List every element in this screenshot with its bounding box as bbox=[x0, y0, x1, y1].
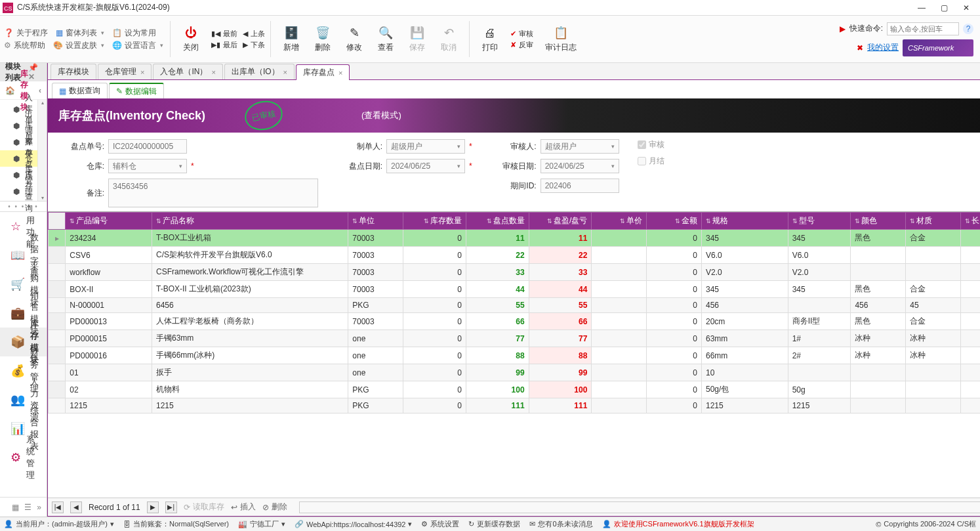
grid-footer: |◀ ◀ Record 1 of 11 ▶ ▶| ⟳ 读取库存 ↩ 插入 ⊘ 删… bbox=[48, 498, 980, 516]
help-icon[interactable]: ? bbox=[963, 24, 973, 34]
table-row[interactable]: PD000015手镯63mmone07777063mm1#冰种冰种 bbox=[49, 330, 981, 347]
grid-first-button[interactable]: |◀ bbox=[52, 501, 64, 513]
approver-select[interactable]: 超级用户 bbox=[541, 139, 619, 154]
table-row[interactable]: CSV6C/S架构软件开发平台旗舰版V6.070003022220V6.0V6.… bbox=[49, 247, 981, 264]
view-mode-label: (查看模式) bbox=[361, 110, 401, 121]
quick-cmd-label: 快速命令: bbox=[849, 23, 883, 34]
close-tab-icon[interactable]: × bbox=[211, 68, 215, 76]
status-refresh-cache[interactable]: ↻ 更新缓存数据 bbox=[468, 519, 520, 529]
approve-checkbox[interactable] bbox=[638, 140, 646, 149]
set-lang-menu[interactable]: 🌐设置语言 bbox=[112, 40, 163, 51]
audit-button[interactable]: 📋审计日志 bbox=[540, 22, 582, 56]
chevron-icon[interactable]: » bbox=[37, 503, 41, 512]
edit-icon: ✎ bbox=[346, 25, 362, 41]
set-common-menu[interactable]: 📋设为常用 bbox=[112, 28, 156, 39]
grid-last-button[interactable]: ▶| bbox=[165, 501, 177, 513]
table-row[interactable]: 02机物料PKG0100100050g/包50g bbox=[49, 381, 981, 398]
table-row[interactable]: workflowCSFramework.Workflow可视化工作流引擎7000… bbox=[49, 264, 981, 281]
about-menu[interactable]: ❓关于程序 bbox=[4, 28, 48, 39]
check-date-field[interactable]: 2024/06/25 bbox=[386, 159, 465, 173]
tab-data-edit[interactable]: ✎数据编辑 bbox=[109, 83, 164, 98]
table-row[interactable]: BOX-IIT-BOX-II 工业机箱(2023款)70003044440345… bbox=[49, 281, 981, 298]
period-field[interactable]: 202406 bbox=[541, 179, 619, 193]
close-tab-icon[interactable]: × bbox=[338, 69, 342, 77]
first-button[interactable]: ▮◀ 最前 bbox=[211, 29, 237, 39]
prev-button[interactable]: ◀ 上条 bbox=[243, 29, 265, 39]
reject-button[interactable]: ✘ 反审 bbox=[510, 40, 533, 50]
form-area: 盘点单号:IC202400000005 仓库:辅料仓* 备注: 制单人:超级用户… bbox=[48, 133, 980, 211]
table-row[interactable]: ▸234234T-BOX工业机箱70003011110345345黑色合金 bbox=[49, 230, 981, 247]
page-title: 库存盘点(Inventory Check) bbox=[58, 108, 205, 123]
warehouse-select[interactable]: 辅料仓 bbox=[108, 159, 187, 173]
close-button[interactable]: ⏻关闭 bbox=[177, 22, 205, 56]
status-sys-settings[interactable]: ⚙ 系统设置 bbox=[421, 519, 459, 529]
my-settings-link[interactable]: 我的设置 bbox=[867, 42, 899, 53]
form-list-menu[interactable]: ▦窗体列表 bbox=[56, 28, 104, 39]
approve-button[interactable]: ✔ 审核 bbox=[510, 29, 533, 39]
status-messages[interactable]: ✉ 您有0条未读消息 bbox=[529, 519, 592, 529]
last-button[interactable]: ▶▮ 最后 bbox=[211, 40, 237, 50]
status-welcome: 👤 欢迎使用CSFrameworkV6.1旗舰版开发框架 bbox=[602, 519, 754, 529]
grid-prev-button[interactable]: ◀ bbox=[70, 501, 82, 513]
document-tabs: 库存模块仓库管理×入仓单（IN）×出库单（IO）×库存盘点× bbox=[48, 63, 980, 80]
cancel-icon: ↶ bbox=[441, 25, 457, 41]
doc-tab-1[interactable]: 仓库管理× bbox=[98, 64, 152, 79]
status-webapi[interactable]: 🔗 WebApi:https://localhost:44392 ▾ bbox=[295, 520, 412, 528]
close-tab-icon[interactable]: × bbox=[140, 68, 144, 76]
delete-row-button[interactable]: ⊘ 删除 bbox=[262, 501, 287, 513]
view-grid-icon[interactable]: ▦ bbox=[12, 503, 19, 512]
add-icon: 🗄️ bbox=[283, 25, 299, 41]
remark-field[interactable] bbox=[108, 179, 318, 207]
toolbar: ❓关于程序 ▦窗体列表 📋设为常用 ⚙系统帮助 🎨设置皮肤 🌐设置语言 ⏻关闭 … bbox=[0, 16, 980, 63]
sub-tabs: ▦数据查询 ✎数据编辑 bbox=[48, 80, 980, 98]
sidebar-scrollbar[interactable] bbox=[37, 100, 47, 201]
status-user[interactable]: 👤 当前用户：(admin-超级用户) ▾ bbox=[4, 519, 114, 529]
save-button[interactable]: 💾保存 bbox=[403, 22, 431, 56]
app-icon: CS bbox=[3, 3, 13, 13]
view-list-icon[interactable]: ☰ bbox=[24, 503, 31, 512]
add-button[interactable]: 🗄️新增 bbox=[277, 22, 305, 56]
doc-tab-2[interactable]: 入仓单（IN）× bbox=[153, 64, 222, 79]
delete-icon: 🗑️ bbox=[315, 25, 331, 41]
nav-item-8[interactable]: ⚙系统管理 bbox=[0, 443, 47, 472]
sys-help-menu[interactable]: ⚙系统帮助 bbox=[4, 40, 45, 51]
svg-text:CS: CS bbox=[4, 5, 12, 12]
status-factory[interactable]: 🏭 宁德工厂 ▾ bbox=[238, 519, 285, 529]
table-row[interactable]: 01扳手one09999010 bbox=[49, 364, 981, 381]
set-skin-menu[interactable]: 🎨设置皮肤 bbox=[53, 40, 104, 51]
grid-next-button[interactable]: ▶ bbox=[147, 501, 159, 513]
doc-tab-0[interactable]: 库存模块 bbox=[51, 64, 96, 79]
maker-select[interactable]: 超级用户 bbox=[386, 139, 465, 154]
view-button[interactable]: 🔍查看 bbox=[372, 22, 399, 56]
read-stock-button[interactable]: ⟳ 读取库存 bbox=[184, 501, 224, 513]
grid-scroll-track[interactable] bbox=[299, 501, 980, 513]
settings-icon: ✖ bbox=[857, 43, 863, 53]
record-label: Record 1 of 11 bbox=[89, 503, 140, 512]
cmd-icon: ▶ bbox=[840, 24, 846, 33]
table-row[interactable]: PD000013人体工程学老板椅（商务款）7000306666020cm商务II… bbox=[49, 313, 981, 330]
titlebar: CS C/S系统快速开发框架-旗舰版V6.1(2024-09) — ▢ ✕ bbox=[0, 0, 980, 16]
data-grid[interactable]: 产品编号产品名称单位库存数量盘点数量盘盈/盘亏单价金额规格型号颜色材质长▸234… bbox=[48, 211, 980, 498]
month-close-checkbox[interactable] bbox=[638, 157, 646, 165]
minimize-button[interactable]: — bbox=[917, 3, 926, 12]
approve-date-field[interactable]: 2024/06/25 bbox=[541, 159, 619, 173]
table-row[interactable]: PD000016手镯66mm(冰种)one08888066mm2#冰种冰种 bbox=[49, 347, 981, 364]
close-window-button[interactable]: ✕ bbox=[962, 3, 971, 12]
page-header-band: 库存盘点(Inventory Check) 已审核 (查看模式) bbox=[48, 98, 980, 133]
tab-data-query[interactable]: ▦数据查询 bbox=[52, 83, 108, 98]
doc-tab-4[interactable]: 库存盘点× bbox=[296, 64, 350, 80]
print-button[interactable]: 🖨打印 bbox=[476, 22, 504, 56]
insert-row-button[interactable]: ↩ 插入 bbox=[231, 501, 256, 513]
cancel-button[interactable]: ↶取消 bbox=[435, 22, 462, 56]
doc-tab-3[interactable]: 出库单（IO）× bbox=[224, 64, 295, 79]
maximize-button[interactable]: ▢ bbox=[939, 3, 949, 12]
delete-button[interactable]: 🗑️删除 bbox=[309, 22, 337, 56]
quick-cmd-input[interactable] bbox=[887, 22, 959, 35]
next-button[interactable]: ▶ 下条 bbox=[243, 40, 265, 50]
table-row[interactable]: N-0000016456PKG05555045645645 bbox=[49, 298, 981, 313]
close-tab-icon[interactable]: × bbox=[283, 68, 287, 76]
edit-button[interactable]: ✎修改 bbox=[340, 22, 368, 56]
doc-no-field[interactable]: IC202400000005 bbox=[108, 139, 187, 154]
home-icon: 🏠 bbox=[5, 86, 15, 95]
table-row[interactable]: 12151215PKG0111111012151215 bbox=[49, 398, 981, 414]
